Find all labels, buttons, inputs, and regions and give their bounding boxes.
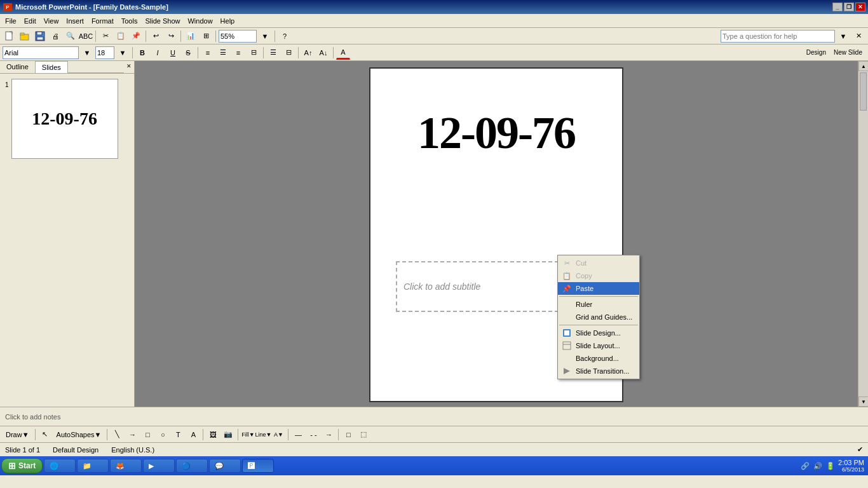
menu-tools[interactable]: Tools xyxy=(118,16,142,26)
font-size-dropdown[interactable]: ▼ xyxy=(116,46,130,60)
redo-button[interactable]: ↪ xyxy=(164,29,178,43)
menu-help[interactable]: Help xyxy=(217,16,239,26)
ctx-grid[interactable]: Grid and Guides... xyxy=(558,311,639,323)
ruler-icon xyxy=(562,299,572,309)
close-button[interactable]: ✕ xyxy=(855,3,865,11)
ctx-slide-design[interactable]: Slide Design... xyxy=(558,327,639,339)
scroll-up-button[interactable]: ▲ xyxy=(858,61,868,71)
new-button[interactable] xyxy=(3,29,17,43)
cut-button[interactable]: ✂ xyxy=(98,29,112,43)
rect-button[interactable]: □ xyxy=(140,428,154,442)
start-button[interactable]: ⊞ Start xyxy=(1,458,43,473)
draw-sep-5 xyxy=(288,429,288,440)
oval-button[interactable]: ○ xyxy=(156,428,170,442)
select-button[interactable]: ↖ xyxy=(38,428,52,442)
line-color-button[interactable]: Line▼ xyxy=(256,428,270,442)
zoom-dropdown[interactable]: ▼ xyxy=(258,29,272,43)
ctx-cut[interactable]: ✂ Cut xyxy=(558,257,639,269)
window-controls[interactable]: _ ❐ ✕ xyxy=(832,3,865,11)
font-color-button[interactable]: A xyxy=(336,46,350,60)
ctx-paste[interactable]: 📌 Paste xyxy=(558,282,639,295)
print-button[interactable]: 🖨 xyxy=(48,29,62,43)
align-center-button[interactable]: ☰ xyxy=(216,46,230,60)
ctx-background[interactable]: Background... xyxy=(558,352,639,365)
spell-button[interactable]: ABC xyxy=(79,29,93,43)
font-size-input[interactable]: 18 xyxy=(95,46,114,59)
font-name-input[interactable]: Arial xyxy=(3,46,79,59)
help-search[interactable] xyxy=(721,30,835,43)
insert-chart-button[interactable]: 📊 xyxy=(184,29,198,43)
shadow-button[interactable]: □ xyxy=(341,428,355,442)
insert-table-button[interactable]: ⊞ xyxy=(199,29,213,43)
design-button[interactable]: Design xyxy=(803,46,829,60)
taskbar-ppt[interactable]: 🅿 xyxy=(242,459,274,473)
bold-button[interactable]: B xyxy=(135,46,149,60)
clipart-button[interactable]: 🖼 xyxy=(206,428,220,442)
underline-button[interactable]: U xyxy=(166,46,180,60)
textbox-button[interactable]: T xyxy=(171,428,185,442)
vertical-scrollbar[interactable]: ▲ ▼ xyxy=(858,61,868,407)
minimize-button[interactable]: _ xyxy=(832,3,843,11)
arrow-style-button[interactable]: → xyxy=(322,428,336,442)
menu-format[interactable]: Format xyxy=(88,16,118,26)
taskbar-app5[interactable]: 🔵 xyxy=(176,459,208,473)
ctx-copy[interactable]: 📋 Copy xyxy=(558,269,639,282)
undo-button[interactable]: ↩ xyxy=(149,29,163,43)
app5-icon: 🔵 xyxy=(182,462,191,470)
menu-insert[interactable]: Insert xyxy=(62,16,88,26)
menu-edit[interactable]: Edit xyxy=(20,16,40,26)
line-style-button[interactable]: — xyxy=(291,428,305,442)
scroll-down-button[interactable]: ▼ xyxy=(858,396,868,407)
tab-outline[interactable]: Outline xyxy=(0,61,36,73)
insert-picture-button[interactable]: 📷 xyxy=(221,428,235,442)
decrease-font-button[interactable]: A↓ xyxy=(316,46,330,60)
new-slide-button[interactable]: New Slide xyxy=(831,46,865,60)
menu-file[interactable]: File xyxy=(1,16,20,26)
open-button[interactable] xyxy=(18,29,32,43)
taskbar-ie[interactable]: 🌐 xyxy=(44,459,76,473)
justify-button[interactable]: ⊟ xyxy=(247,46,261,60)
help-search-dropdown[interactable]: ▼ xyxy=(836,29,850,43)
save-button[interactable] xyxy=(33,29,47,43)
slide-thumbnail[interactable]: 12-09-76 xyxy=(11,79,118,159)
restore-button[interactable]: ❐ xyxy=(844,3,854,11)
help-button[interactable]: ? xyxy=(278,29,292,43)
arrow-button[interactable]: → xyxy=(125,428,139,442)
autoshapes-button[interactable]: AutoShapes ▼ xyxy=(53,428,105,442)
line-button[interactable]: ╲ xyxy=(110,428,124,442)
numbering-button[interactable]: ⊟ xyxy=(281,46,295,60)
font-name-dropdown[interactable]: ▼ xyxy=(80,46,94,60)
wordart-button[interactable]: A xyxy=(186,428,200,442)
align-left-button[interactable]: ≡ xyxy=(201,46,215,60)
ctx-slide-layout[interactable]: Slide Layout... xyxy=(558,339,639,352)
draw-dropdown-button[interactable]: Draw ▼ xyxy=(3,428,32,442)
3d-button[interactable]: ⬚ xyxy=(356,428,370,442)
preview-button[interactable]: 🔍 xyxy=(64,29,78,43)
dash-style-button[interactable]: - - xyxy=(306,428,320,442)
speaker-icon: 🔊 xyxy=(813,461,823,471)
taskbar-firefox[interactable]: 🦊 xyxy=(110,459,142,473)
sidebar-close-button[interactable]: ✕ xyxy=(124,61,134,71)
taskbar-folder[interactable]: 📁 xyxy=(77,459,109,473)
help-close[interactable]: ✕ xyxy=(851,29,865,43)
align-right-button[interactable]: ≡ xyxy=(231,46,245,60)
increase-font-button[interactable]: A↑ xyxy=(301,46,315,60)
zoom-input[interactable]: 55% xyxy=(219,30,257,43)
taskbar-media[interactable]: ▶ xyxy=(143,459,175,473)
bullets-button[interactable]: ☰ xyxy=(266,46,280,60)
copy-button[interactable]: 📋 xyxy=(114,29,128,43)
fill-color-button[interactable]: Fill▼ xyxy=(241,428,255,442)
menu-view[interactable]: View xyxy=(40,16,63,26)
tab-slides[interactable]: Slides xyxy=(36,61,68,73)
italic-button[interactable]: I xyxy=(151,46,165,60)
paste-button[interactable]: 📌 xyxy=(129,29,143,43)
ctx-ruler[interactable]: Ruler xyxy=(558,298,639,311)
scroll-thumb[interactable] xyxy=(860,72,867,111)
font-color-draw-button[interactable]: A▼ xyxy=(271,428,285,442)
menu-slideshow[interactable]: Slide Show xyxy=(141,16,184,26)
strikethrough-button[interactable]: S xyxy=(181,46,195,60)
taskbar-skype[interactable]: 💬 xyxy=(209,459,241,473)
menu-window[interactable]: Window xyxy=(184,16,216,26)
notes-area[interactable]: Click to add notes xyxy=(0,407,868,426)
ctx-transition[interactable]: Slide Transition... xyxy=(558,365,639,377)
